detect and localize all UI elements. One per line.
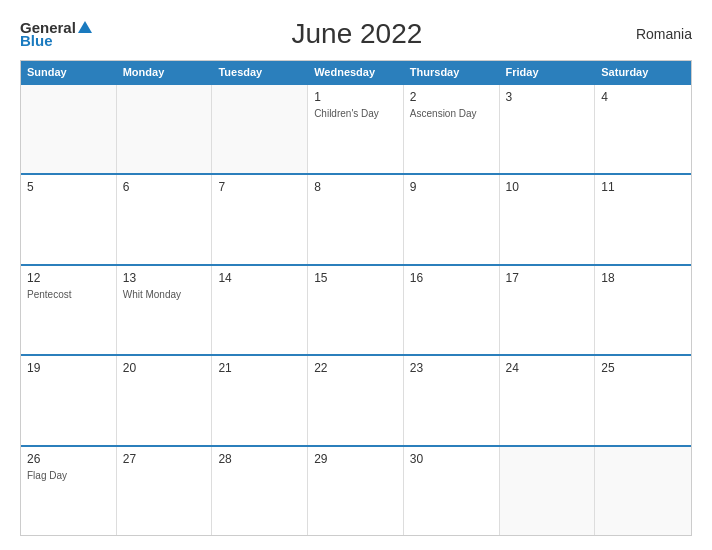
day-number: 2 xyxy=(410,90,493,104)
day-number: 19 xyxy=(27,361,110,375)
calendar-week: 26Flag Day27282930 xyxy=(21,445,691,535)
day-number: 29 xyxy=(314,452,397,466)
day-event: Pentecost xyxy=(27,288,110,301)
calendar-cell: 28 xyxy=(212,447,308,535)
day-number: 15 xyxy=(314,271,397,285)
weekday-header: Saturday xyxy=(595,61,691,83)
weekday-header: Thursday xyxy=(404,61,500,83)
day-number: 16 xyxy=(410,271,493,285)
day-number: 6 xyxy=(123,180,206,194)
day-number: 23 xyxy=(410,361,493,375)
logo-blue: Blue xyxy=(20,33,53,48)
calendar-header: SundayMondayTuesdayWednesdayThursdayFrid… xyxy=(21,61,691,83)
page: General Blue June 2022 Romania SundayMon… xyxy=(0,0,712,550)
calendar-week: 19202122232425 xyxy=(21,354,691,444)
calendar-cell: 19 xyxy=(21,356,117,444)
calendar-cell: 17 xyxy=(500,266,596,354)
calendar-cell: 3 xyxy=(500,85,596,173)
calendar-cell: 5 xyxy=(21,175,117,263)
calendar-cell: 9 xyxy=(404,175,500,263)
day-number: 3 xyxy=(506,90,589,104)
calendar-cell xyxy=(595,447,691,535)
day-number: 9 xyxy=(410,180,493,194)
calendar-cell: 23 xyxy=(404,356,500,444)
calendar-cell: 8 xyxy=(308,175,404,263)
header: General Blue June 2022 Romania xyxy=(20,18,692,50)
day-number: 12 xyxy=(27,271,110,285)
day-event: Ascension Day xyxy=(410,107,493,120)
day-number: 18 xyxy=(601,271,685,285)
calendar-cell: 16 xyxy=(404,266,500,354)
weekday-header: Friday xyxy=(500,61,596,83)
calendar-cell: 27 xyxy=(117,447,213,535)
day-number: 5 xyxy=(27,180,110,194)
calendar-cell: 29 xyxy=(308,447,404,535)
day-number: 27 xyxy=(123,452,206,466)
day-number: 30 xyxy=(410,452,493,466)
weekday-header: Sunday xyxy=(21,61,117,83)
day-number: 13 xyxy=(123,271,206,285)
calendar-cell: 12Pentecost xyxy=(21,266,117,354)
day-number: 11 xyxy=(601,180,685,194)
calendar: SundayMondayTuesdayWednesdayThursdayFrid… xyxy=(20,60,692,536)
day-number: 22 xyxy=(314,361,397,375)
calendar-cell xyxy=(212,85,308,173)
weekday-header: Monday xyxy=(117,61,213,83)
calendar-cell: 6 xyxy=(117,175,213,263)
calendar-body: 1Children's Day2Ascension Day34567891011… xyxy=(21,83,691,535)
calendar-cell: 1Children's Day xyxy=(308,85,404,173)
day-number: 4 xyxy=(601,90,685,104)
day-number: 1 xyxy=(314,90,397,104)
calendar-cell: 26Flag Day xyxy=(21,447,117,535)
logo-triangle-icon xyxy=(78,21,92,33)
calendar-cell xyxy=(500,447,596,535)
day-number: 7 xyxy=(218,180,301,194)
calendar-cell: 10 xyxy=(500,175,596,263)
day-number: 26 xyxy=(27,452,110,466)
calendar-cell: 25 xyxy=(595,356,691,444)
calendar-cell: 4 xyxy=(595,85,691,173)
calendar-cell: 15 xyxy=(308,266,404,354)
day-number: 14 xyxy=(218,271,301,285)
weekday-header: Tuesday xyxy=(212,61,308,83)
calendar-cell: 7 xyxy=(212,175,308,263)
calendar-cell: 30 xyxy=(404,447,500,535)
calendar-cell: 14 xyxy=(212,266,308,354)
day-number: 28 xyxy=(218,452,301,466)
weekday-header: Wednesday xyxy=(308,61,404,83)
logo: General Blue xyxy=(20,20,92,48)
calendar-cell: 21 xyxy=(212,356,308,444)
country-label: Romania xyxy=(622,26,692,42)
calendar-week: 567891011 xyxy=(21,173,691,263)
calendar-week: 12Pentecost13Whit Monday1415161718 xyxy=(21,264,691,354)
day-number: 21 xyxy=(218,361,301,375)
calendar-cell xyxy=(21,85,117,173)
day-number: 10 xyxy=(506,180,589,194)
calendar-cell: 20 xyxy=(117,356,213,444)
day-number: 17 xyxy=(506,271,589,285)
page-title: June 2022 xyxy=(92,18,622,50)
calendar-cell: 18 xyxy=(595,266,691,354)
calendar-week: 1Children's Day2Ascension Day34 xyxy=(21,83,691,173)
calendar-cell: 22 xyxy=(308,356,404,444)
calendar-cell: 13Whit Monday xyxy=(117,266,213,354)
calendar-cell: 2Ascension Day xyxy=(404,85,500,173)
day-event: Whit Monday xyxy=(123,288,206,301)
day-number: 8 xyxy=(314,180,397,194)
day-event: Children's Day xyxy=(314,107,397,120)
day-number: 24 xyxy=(506,361,589,375)
calendar-cell xyxy=(117,85,213,173)
day-event: Flag Day xyxy=(27,469,110,482)
calendar-cell: 11 xyxy=(595,175,691,263)
day-number: 25 xyxy=(601,361,685,375)
calendar-cell: 24 xyxy=(500,356,596,444)
day-number: 20 xyxy=(123,361,206,375)
